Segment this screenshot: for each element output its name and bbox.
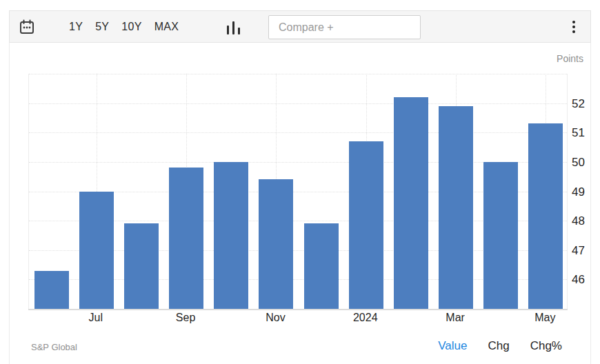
compare-input[interactable] [268, 15, 421, 39]
bar-chart-icon [227, 26, 229, 34]
y-tick-label: 51 [572, 126, 585, 140]
plot-area [28, 74, 568, 309]
bar-jun-2023[interactable] [34, 271, 69, 309]
x-tick-label: Mar [446, 312, 465, 324]
bar-aug-2023[interactable] [124, 223, 159, 309]
kebab-menu-icon [572, 21, 575, 23]
bar-apr-2024[interactable] [483, 162, 518, 309]
y-tick-label: 49 [572, 185, 585, 199]
y-tick-label: 48 [572, 214, 585, 228]
footer-link-value[interactable]: Value [438, 339, 467, 353]
range-button-1y[interactable]: 1Y [69, 21, 83, 33]
range-button-max[interactable]: MAX [154, 21, 179, 33]
x-tick-label: 2024 [353, 312, 378, 324]
x-tick-label: Jul [89, 312, 103, 324]
y-tick-label: 52 [572, 97, 585, 111]
y-tick-label: 50 [572, 156, 585, 170]
x-tick-label: Sep [176, 312, 195, 324]
chart-type-button[interactable] [224, 17, 242, 37]
footer-links: ValueChgChg% [438, 339, 562, 353]
range-button-group: 1Y5Y10YMAX [69, 11, 179, 42]
bar-jul-2023[interactable] [79, 192, 114, 310]
source-attribution: S&P Global [31, 342, 77, 352]
bar-nov-2023[interactable] [259, 179, 293, 309]
footer-link-chg[interactable]: Chg [488, 339, 510, 353]
x-tick-label: Nov [266, 312, 285, 324]
calendar-button[interactable] [17, 18, 37, 37]
calendar-icon [18, 28, 36, 38]
x-axis-line [28, 309, 568, 310]
bar-mar-2024[interactable] [439, 106, 473, 309]
y-tick-label: 47 [572, 244, 585, 258]
range-button-10y[interactable]: 10Y [121, 21, 141, 33]
y-tick-label: 46 [572, 273, 585, 287]
range-button-5y[interactable]: 5Y [95, 21, 109, 33]
bar-jan-2024[interactable] [349, 141, 383, 309]
footer-link-chgpct[interactable]: Chg% [530, 339, 562, 353]
y-axis-unit-label: Points [557, 53, 583, 64]
bar-dec-2023[interactable] [304, 223, 339, 309]
h-gridline [29, 74, 567, 74]
chart-toolbar: 1Y5Y10YMAX [9, 10, 591, 43]
x-tick-label: May [534, 312, 555, 324]
h-gridline [29, 132, 567, 133]
bar-sep-2023[interactable] [169, 168, 203, 309]
bar-may-2024[interactable] [528, 123, 563, 309]
bar-oct-2023[interactable] [214, 162, 248, 309]
h-gridline [29, 103, 567, 104]
bar-feb-2024[interactable] [394, 97, 428, 309]
kebab-menu-button[interactable] [566, 16, 582, 38]
